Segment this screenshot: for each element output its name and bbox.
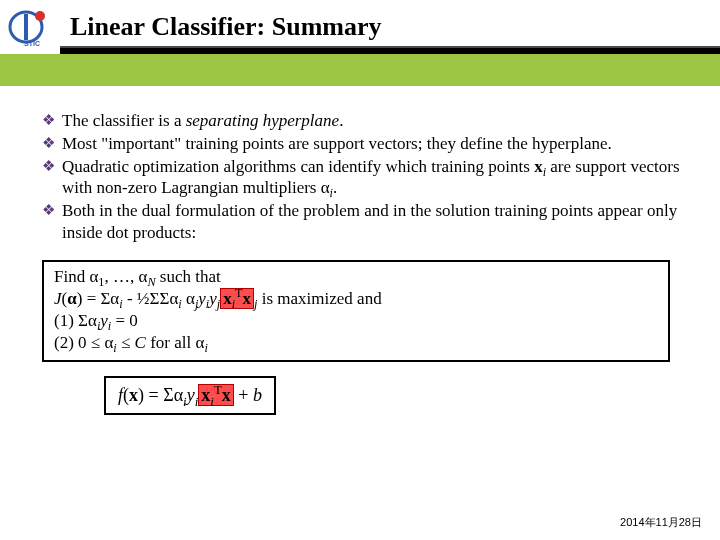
t: x [243,289,252,308]
t: x [534,157,543,176]
formula-box-decision: f(x) = ΣαiyixiTx + b [104,376,276,415]
title-underline [60,46,720,54]
formula-box-dual: Find α1, …, αN such that J(α) = Σαi - ½Σ… [42,260,670,362]
t: J [54,289,62,308]
t: b [253,385,262,405]
t: = 0 [111,311,138,330]
t: Find α [54,267,98,286]
t: Quadratic optimization algorithms can id… [62,157,534,176]
istic-logo-icon: STIC [6,7,60,47]
t: N [147,275,155,289]
bullet-2-text: Most "important" training points are sup… [62,133,688,155]
t: for all α [146,333,204,352]
highlight-dot-product: xiTx [220,288,254,309]
t: i [204,341,207,355]
highlight-dot-product: xiTx [198,384,234,406]
diamond-bullet-icon: ❖ [42,200,62,244]
t: x [223,289,232,308]
t: . [339,111,343,130]
t: (1) Σα [54,311,97,330]
t: y [198,289,206,308]
line-3: (1) Σαiyi = 0 [54,310,658,332]
title-row: STIC Linear Classifier: Summary [0,0,720,48]
line-2: J(α) = Σαi - ½ΣΣαi αjyiyjxiTxj is maximi… [54,288,658,310]
diamond-bullet-icon: ❖ [42,110,62,132]
slide-body: ❖ The classifier is a separating hyperpl… [0,86,720,415]
t: y [100,311,108,330]
green-banner [0,54,720,86]
t: The classifier is a [62,111,186,130]
bullet-2: ❖ Most "important" training points are s… [42,133,688,155]
slide-header: STIC Linear Classifier: Summary [0,0,720,86]
svg-point-1 [35,11,45,21]
svg-text:STIC: STIC [24,40,40,47]
t: ≤ [117,333,135,352]
t: T [235,286,242,300]
t: C [135,333,146,352]
t: x [222,385,231,405]
t: y [209,289,217,308]
t: α [67,289,77,308]
t: y [187,385,195,405]
t: - ½ΣΣα [123,289,179,308]
t: T [214,382,222,397]
t: is maximized and [257,289,381,308]
t: x [129,385,138,405]
t: . [333,178,337,197]
t: separating hyperplane [186,111,339,130]
diamond-bullet-icon: ❖ [42,133,62,155]
t: + [234,385,253,405]
bullet-4: ❖ Both in the dual formulation of the pr… [42,200,688,244]
bullet-4-text: Both in the dual formulation of the prob… [62,200,688,244]
slide-title: Linear Classifier: Summary [70,12,382,42]
line-4: (2) 0 ≤ αi ≤ C for all αi [54,332,658,354]
line-1: Find α1, …, αN such that [54,266,658,288]
bullet-1: ❖ The classifier is a separating hyperpl… [42,110,688,132]
t: , …, α [104,267,147,286]
t: ) = Σα [138,385,183,405]
diamond-bullet-icon: ❖ [42,156,62,200]
t: x [201,385,210,405]
bullet-1-text: The classifier is a separating hyperplan… [62,110,688,132]
t: ) = Σα [77,289,120,308]
footer-date: 2014年11月28日 [620,515,702,530]
bullet-3: ❖ Quadratic optimization algorithms can … [42,156,688,200]
t: such that [156,267,221,286]
t: α [182,289,195,308]
t: (2) 0 ≤ α [54,333,113,352]
bullet-3-text: Quadratic optimization algorithms can id… [62,156,688,200]
